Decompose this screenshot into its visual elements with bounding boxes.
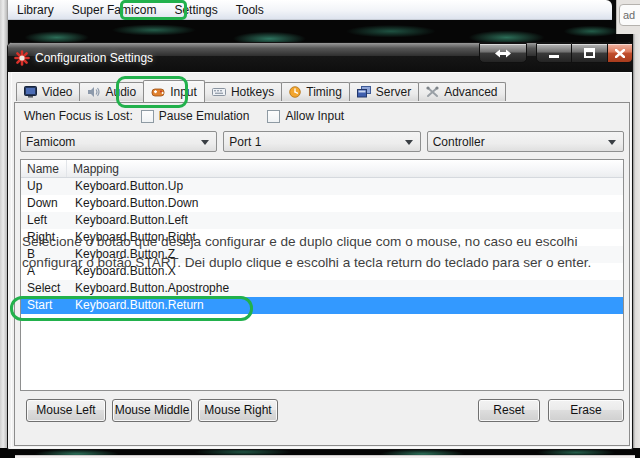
focus-lost-row: When Focus is Lost: Pause Emulation Allo…	[24, 109, 362, 123]
tab-label: Advanced	[444, 85, 497, 99]
menu-item-library[interactable]: Library	[8, 0, 63, 20]
partial-button: ad	[619, 4, 640, 26]
device-dropdown[interactable]: Controller	[427, 131, 624, 152]
tab-advanced[interactable]: Advanced	[418, 82, 505, 101]
mouse-left-button[interactable]: Mouse Left	[26, 399, 106, 422]
tab-label: Server	[376, 85, 411, 99]
speaker-icon	[87, 86, 100, 98]
pause-emulation-option: Pause Emulation	[141, 109, 250, 123]
tab-server[interactable]: Server	[349, 82, 419, 101]
row-mapping: Keyboard.Button.Apostrophe	[67, 280, 229, 297]
network-windows-icon	[357, 86, 371, 98]
close-icon	[615, 49, 625, 58]
monitor-icon	[24, 86, 37, 98]
focus-lost-label: When Focus is Lost:	[24, 109, 133, 123]
background-window-corner: ad	[616, 0, 640, 34]
tab-hotkeys[interactable]: Hotkeys	[204, 82, 282, 101]
background-window-right-edge	[633, 0, 640, 450]
annotation-note-line1: Selecione o botão que deseja configurar …	[22, 231, 610, 252]
annotation-note-line2: configurar o botão START. Dei duplo cliq…	[22, 252, 610, 273]
tab-label: Timing	[306, 85, 342, 99]
allow-input-checkbox[interactable]	[267, 110, 280, 123]
window-title: Configuration Settings	[35, 51, 153, 65]
maximize-button[interactable]	[572, 43, 608, 63]
row-mapping: Keyboard.Button.Down	[67, 195, 198, 212]
minimize-icon	[549, 49, 559, 58]
action-button-row: Mouse Left Mouse Middle Mouse Right Rese…	[20, 399, 624, 422]
tab-timing[interactable]: Timing	[281, 82, 350, 101]
allow-input-label: Allow Input	[285, 109, 344, 123]
chevron-down-icon	[608, 140, 616, 145]
close-button[interactable]	[608, 43, 633, 63]
column-header-name[interactable]: Name	[21, 160, 67, 177]
annotation-note: Selecione o botão que deseja configurar …	[22, 231, 610, 273]
table-row[interactable]: Down Keyboard.Button.Down	[21, 195, 623, 212]
port-dropdown[interactable]: Port 1	[223, 131, 420, 152]
app-icon	[14, 50, 30, 66]
device-selectors: Famicom Port 1 Controller	[20, 131, 624, 152]
toggle-size-button[interactable]	[479, 43, 527, 63]
reset-button[interactable]: Reset	[478, 399, 540, 422]
minimize-button[interactable]	[536, 43, 572, 63]
system-dropdown-value: Famicom	[26, 135, 75, 149]
maximize-icon	[584, 48, 595, 58]
erase-button[interactable]: Erase	[548, 399, 624, 422]
tab-video[interactable]: Video	[16, 82, 80, 101]
keyboard-icon	[212, 86, 226, 98]
column-header-mapping[interactable]: Mapping	[67, 160, 125, 177]
system-dropdown[interactable]: Famicom	[20, 131, 217, 152]
row-mapping: Keyboard.Button.Up	[67, 178, 183, 195]
settings-tab-bar: Video Audio Input Hotkeys	[16, 80, 505, 101]
mouse-middle-button[interactable]: Mouse Middle	[112, 399, 192, 422]
row-mapping: Keyboard.Button.Left	[67, 212, 188, 229]
chevron-down-icon	[405, 140, 413, 145]
list-header: Name Mapping	[21, 160, 623, 178]
pause-emulation-checkbox[interactable]	[141, 110, 154, 123]
table-row[interactable]: Up Keyboard.Button.Up	[21, 178, 623, 195]
row-name: Left	[21, 212, 67, 229]
row-name: Select	[21, 280, 67, 297]
dialog-client-area: Video Audio Input Hotkeys	[11, 72, 631, 448]
row-name: Up	[21, 178, 67, 195]
device-dropdown-value: Controller	[433, 135, 485, 149]
allow-input-option: Allow Input	[267, 109, 344, 123]
pause-emulation-label: Pause Emulation	[159, 109, 250, 123]
menu-item-tools[interactable]: Tools	[227, 0, 273, 20]
tab-label: Video	[42, 85, 72, 99]
configuration-settings-window: Configuration Settings Vide	[7, 42, 633, 450]
tools-icon	[426, 86, 439, 98]
annotation-box-start-row	[10, 296, 253, 321]
table-row[interactable]: Select Keyboard.Button.Apostrophe	[21, 280, 623, 297]
annotation-box-input-tab	[116, 76, 188, 108]
table-row[interactable]: Left Keyboard.Button.Left	[21, 212, 623, 229]
double-arrow-icon	[495, 49, 511, 58]
row-name: Down	[21, 195, 67, 212]
tab-label: Hotkeys	[231, 85, 274, 99]
chevron-down-icon	[201, 140, 209, 145]
annotation-box-settings	[120, 0, 187, 20]
mapping-list: Name Mapping Up Keyboard.Button.Up Down …	[20, 159, 624, 391]
mouse-right-button[interactable]: Mouse Right	[198, 399, 278, 422]
emulator-menu-bar: Library Super Famicom Settings Tools	[8, 0, 612, 20]
port-dropdown-value: Port 1	[229, 135, 261, 149]
clock-icon	[289, 86, 301, 98]
